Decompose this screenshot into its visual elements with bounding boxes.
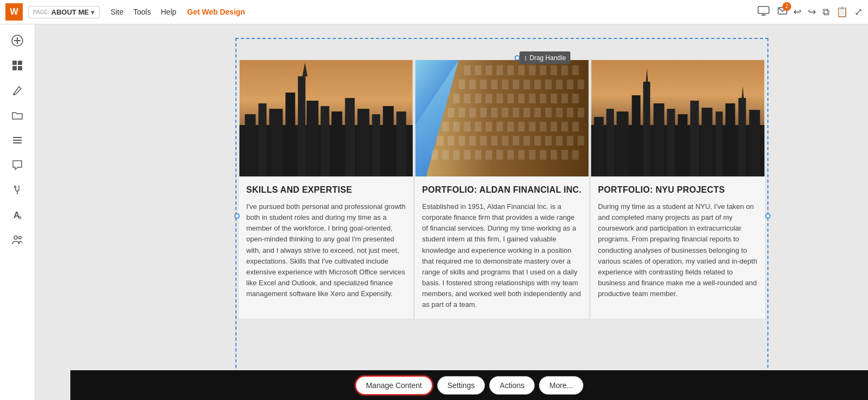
svg-rect-56 <box>535 80 541 89</box>
svg-rect-145 <box>749 110 760 176</box>
redo-icon[interactable]: ↪ <box>808 6 816 18</box>
svg-rect-105 <box>502 136 509 146</box>
selection-handle-left[interactable] <box>234 213 240 219</box>
svg-rect-121 <box>518 150 525 160</box>
selection-handle-right[interactable] <box>765 213 771 219</box>
get-web-design-cta[interactable]: Get Web Design <box>187 8 245 16</box>
svg-rect-33 <box>383 106 394 176</box>
sidebar-team[interactable] <box>5 229 30 251</box>
svg-rect-48 <box>573 65 579 75</box>
svg-rect-29 <box>332 112 343 176</box>
svg-rect-120 <box>508 150 514 160</box>
svg-rect-92 <box>508 122 514 132</box>
sidebar-layout[interactable] <box>5 55 30 76</box>
svg-rect-124 <box>551 150 557 160</box>
svg-rect-112 <box>578 136 584 146</box>
svg-rect-84 <box>567 108 574 117</box>
sidebar-chat[interactable] <box>5 154 30 176</box>
copy-icon[interactable]: ⧉ <box>823 6 830 18</box>
svg-rect-61 <box>453 94 460 103</box>
card-nyu[interactable]: PORTFOLIO: NYU PROJECTS During my time a… <box>590 60 766 319</box>
svg-rect-132 <box>617 112 629 176</box>
undo-icon[interactable]: ↩ <box>793 6 801 18</box>
sidebar: Aa <box>0 24 35 400</box>
svg-rect-71 <box>562 94 568 103</box>
drag-handle-label: Drag Handle <box>530 54 566 62</box>
svg-rect-102 <box>470 136 476 146</box>
tools-nav-item[interactable]: Tools <box>133 8 151 16</box>
svg-point-19 <box>19 237 22 239</box>
svg-rect-137 <box>667 109 675 176</box>
svg-rect-143 <box>739 98 746 176</box>
svg-rect-110 <box>556 136 563 146</box>
svg-rect-80 <box>524 108 530 117</box>
svg-rect-24 <box>269 109 283 176</box>
sidebar-text[interactable]: Aa <box>5 204 30 226</box>
svg-rect-118 <box>486 150 492 160</box>
svg-rect-50 <box>470 80 476 89</box>
svg-rect-58 <box>556 80 563 89</box>
svg-rect-94 <box>529 122 536 132</box>
svg-rect-86 <box>443 122 449 132</box>
svg-rect-115 <box>453 150 460 160</box>
svg-rect-53 <box>502 80 509 89</box>
svg-rect-69 <box>540 94 547 103</box>
maximize-icon[interactable]: ⤢ <box>854 6 863 18</box>
svg-rect-82 <box>545 108 552 117</box>
svg-rect-47 <box>562 65 568 75</box>
svg-rect-26 <box>298 76 306 176</box>
svg-rect-123 <box>540 150 547 160</box>
topbar-icons: 2 <box>758 5 788 19</box>
site-nav-item[interactable]: Site <box>110 8 123 16</box>
svg-rect-0 <box>758 6 769 14</box>
svg-rect-51 <box>481 80 487 89</box>
chevron-down-icon: ▾ <box>91 8 95 16</box>
page-selector[interactable]: PAGE: ABOUT ME ▾ <box>28 6 100 18</box>
sidebar-folder[interactable] <box>5 104 30 126</box>
manage-content-button[interactable]: Manage Content <box>355 376 433 395</box>
svg-rect-55 <box>524 80 530 89</box>
svg-rect-77 <box>491 108 498 117</box>
svg-rect-140 <box>702 108 713 176</box>
card-skills[interactable]: SKILLS AND EXPERTISE I've pursued both p… <box>238 60 414 319</box>
settings-button[interactable]: Settings <box>437 376 485 395</box>
card-aldan[interactable]: PORTFOLIO: ALDAN FINANCIAL INC. Establis… <box>414 60 590 319</box>
notification-icon[interactable]: 2 <box>777 5 788 19</box>
sidebar-add[interactable] <box>5 30 30 51</box>
sidebar-restaurant[interactable] <box>5 179 30 201</box>
svg-rect-108 <box>535 136 541 146</box>
sidebar-database[interactable] <box>5 129 30 151</box>
svg-rect-31 <box>358 109 370 176</box>
svg-rect-66 <box>508 94 514 103</box>
drag-handle-tooltip[interactable]: Drag Handle <box>520 51 570 64</box>
more-button[interactable]: More... <box>539 376 583 395</box>
actions-button[interactable]: Actions <box>489 376 535 395</box>
svg-rect-85 <box>578 108 584 117</box>
card-aldan-title: PORTFOLIO: ALDAN FINANCIAL INC. <box>422 185 582 195</box>
svg-rect-142 <box>726 103 735 176</box>
svg-rect-90 <box>486 122 492 132</box>
svg-rect-106 <box>513 136 520 146</box>
card-skills-title: SKILLS AND EXPERTISE <box>246 185 406 195</box>
svg-rect-81 <box>535 108 541 117</box>
svg-rect-45 <box>540 65 547 75</box>
sidebar-design[interactable] <box>5 80 30 101</box>
main-canvas: Drag Handle <box>35 24 868 400</box>
svg-rect-78 <box>502 108 509 117</box>
svg-rect-67 <box>518 94 525 103</box>
svg-rect-25 <box>286 93 295 176</box>
desktop-icon[interactable] <box>758 6 770 18</box>
svg-rect-22 <box>245 114 256 176</box>
svg-rect-101 <box>459 136 465 146</box>
bottom-toolbar: Manage Content Settings Actions More... <box>70 370 868 400</box>
svg-rect-64 <box>486 94 492 103</box>
logo[interactable]: W <box>5 3 23 21</box>
help-nav-item[interactable]: Help <box>161 8 176 16</box>
svg-rect-73 <box>448 108 455 117</box>
svg-rect-72 <box>573 94 579 103</box>
svg-rect-109 <box>545 136 552 146</box>
card-nyu-title: PORTFOLIO: NYU PROJECTS <box>598 185 758 195</box>
clipboard-icon[interactable]: 📋 <box>836 6 848 18</box>
svg-rect-57 <box>545 80 552 89</box>
svg-rect-63 <box>475 94 482 103</box>
